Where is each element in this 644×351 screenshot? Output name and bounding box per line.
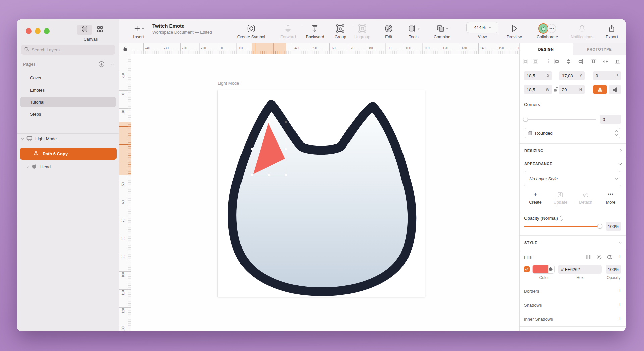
selection-box[interactable] — [252, 122, 286, 175]
fill-color-swatch[interactable] — [532, 265, 555, 274]
resize-handle-e[interactable] — [285, 148, 287, 150]
flip-vertical-button[interactable] — [609, 85, 621, 94]
fill-enabled-checkbox[interactable] — [524, 266, 530, 272]
add-page-button[interactable] — [98, 61, 105, 67]
tab-prototype[interactable]: PROTOTYPE — [573, 43, 626, 55]
artboard-title[interactable]: Light Mode — [218, 81, 239, 86]
resize-handle-sw[interactable] — [251, 174, 253, 176]
fill-hex-field[interactable]: # FF6262 — [558, 265, 602, 274]
tab-design[interactable]: DESIGN — [520, 43, 573, 55]
resizing-section-header[interactable]: RESIZING — [520, 143, 626, 158]
minimize-button[interactable] — [35, 28, 41, 34]
add-inner-shadow-button[interactable]: + — [618, 316, 622, 323]
insert-button[interactable]: Insert — [133, 23, 144, 39]
add-fill-button[interactable]: + — [618, 254, 622, 261]
stepper-icon — [615, 131, 618, 135]
distribute-vertical-icon[interactable] — [532, 58, 539, 65]
appearance-section-header[interactable]: APPEARANCE — [520, 158, 626, 170]
fill-settings-gear-icon[interactable] — [596, 254, 602, 260]
more-styles-button[interactable]: ••• More — [600, 191, 622, 205]
ruler-label: 50 — [313, 46, 317, 50]
align-middle-vertical-icon[interactable] — [602, 58, 608, 65]
search-field[interactable] — [21, 45, 115, 55]
opacity-slider-knob[interactable] — [597, 224, 602, 229]
zoom-button[interactable] — [44, 28, 50, 34]
flip-horizontal-button[interactable] — [593, 85, 607, 94]
backward-button[interactable]: Backward — [306, 23, 324, 39]
close-button[interactable] — [26, 28, 32, 34]
opacity-value-field[interactable]: 100% — [606, 222, 621, 231]
opacity-slider-track[interactable] — [524, 226, 602, 227]
resize-handle-n[interactable] — [268, 121, 270, 123]
rotation-field[interactable]: 0 ° — [593, 71, 621, 80]
combine-button[interactable]: Combine — [434, 23, 450, 39]
layer-style-select[interactable]: No Layer Style — [524, 171, 621, 186]
fill-color-well[interactable] — [533, 265, 548, 273]
resize-handle-se[interactable] — [285, 174, 287, 176]
align-left-icon[interactable] — [554, 58, 560, 65]
fill-blend-icon[interactable] — [607, 255, 613, 260]
resize-handle-s[interactable] — [268, 174, 270, 176]
corners-value-field[interactable]: 0 — [600, 115, 621, 124]
width-field[interactable]: 18,5 W — [524, 85, 552, 94]
corners-slider-track[interactable] — [524, 119, 596, 120]
align-top-icon[interactable] — [590, 58, 597, 65]
horizontal-ruler[interactable]: -40-30-20-100102030405060708090100110120… — [119, 43, 519, 54]
ruler-corner[interactable] — [119, 43, 131, 54]
export-button[interactable]: Export — [606, 23, 618, 39]
page-item-emotes[interactable]: Emotes — [20, 84, 116, 95]
y-position-field[interactable]: 17,08 Y — [559, 71, 585, 80]
artboard[interactable] — [218, 90, 425, 297]
zoom-dropdown[interactable]: 414% — [466, 22, 498, 33]
style-section-header[interactable]: STYLE — [520, 235, 626, 250]
align-right-icon[interactable] — [577, 58, 583, 65]
layer-item-head-group[interactable]: Head — [17, 162, 119, 172]
add-shadow-button[interactable]: + — [618, 302, 622, 309]
fill-opacity-field[interactable]: 100% — [606, 265, 621, 274]
canvas-view-button[interactable] — [77, 25, 92, 35]
resize-handle-ne[interactable] — [285, 121, 287, 123]
chevron-down-icon[interactable] — [21, 137, 24, 140]
page-item-steps[interactable]: Steps — [20, 109, 116, 119]
align-center-horizontal-icon[interactable] — [565, 58, 572, 65]
lock-ratio-icon[interactable] — [553, 87, 558, 92]
collaborate-button[interactable]: ••• Collaborate — [537, 23, 558, 39]
fill-presets-icon[interactable] — [585, 254, 591, 260]
chevron-right-icon[interactable] — [26, 165, 29, 168]
selected-triangle-shape[interactable] — [252, 122, 286, 176]
resize-handle-w[interactable] — [251, 148, 253, 150]
create-label: Create — [524, 200, 546, 205]
x-position-field[interactable]: 18,5 X — [524, 71, 552, 80]
edit-button[interactable]: Edit — [384, 23, 393, 39]
page-item-cover[interactable]: Cover — [20, 72, 116, 83]
tools-button[interactable]: Tools — [408, 23, 420, 39]
create-symbol-button[interactable]: Create Symbol — [237, 23, 265, 39]
page-item-tutorial[interactable]: Tutorial — [20, 97, 116, 107]
align-bottom-icon[interactable] — [614, 58, 621, 65]
blend-mode-stepper-icon[interactable] — [560, 216, 562, 221]
color-variable-control[interactable] — [548, 265, 554, 273]
resize-handle-nw[interactable] — [251, 121, 253, 123]
inspector-panel: DESIGN PROTOTYPE ••• 1 — [519, 43, 626, 331]
height-field[interactable]: 29 H — [559, 85, 585, 94]
corner-style-select[interactable]: Rounded — [524, 128, 621, 138]
vertical-ruler[interactable]: -100102030405060708090100110120130 — [119, 54, 131, 331]
canvas[interactable]: Light Mode — [119, 43, 519, 331]
corners-slider-knob[interactable] — [523, 117, 528, 122]
borders-label: Borders — [524, 289, 618, 294]
distribute-horizontal-icon[interactable] — [522, 58, 529, 65]
pages-collapse-icon[interactable] — [111, 62, 114, 65]
collaborator-avatar[interactable] — [539, 23, 549, 34]
layer-item-artboard[interactable]: Light Mode — [17, 134, 119, 144]
cat-head-shape[interactable] — [218, 90, 425, 297]
preview-button[interactable]: Preview — [507, 23, 522, 39]
toolbar-divider — [353, 25, 353, 35]
zoom-control[interactable]: 414% View — [466, 22, 498, 39]
layer-item-selected[interactable]: Path 6 Copy — [20, 148, 117, 160]
collaborators-more-button[interactable]: ••• — [548, 24, 556, 33]
add-border-button[interactable]: + — [618, 288, 622, 295]
grid-view-button[interactable] — [92, 25, 108, 35]
group-button[interactable]: Group — [335, 23, 346, 39]
search-input[interactable] — [32, 47, 99, 52]
create-style-button[interactable]: + Create — [524, 191, 546, 205]
